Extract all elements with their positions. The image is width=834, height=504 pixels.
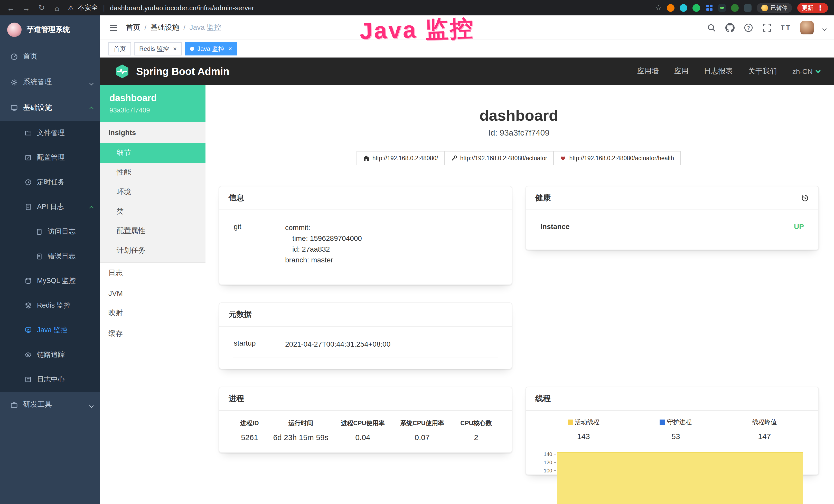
sba-item-scheduled-tasks[interactable]: 计划任务: [100, 241, 205, 260]
sba-language-select[interactable]: zh-CN: [792, 67, 820, 75]
sba-nav-applications[interactable]: 应用: [674, 67, 688, 76]
metadata-card: 元数据 startup 2021-04-27T00:44:31.254+08:0…: [219, 302, 512, 369]
process-header: CPU核心数: [452, 411, 500, 432]
process-header: 系统CPU使用率: [393, 411, 452, 432]
search-icon[interactable]: [707, 23, 716, 32]
service-url-link[interactable]: http://192.168.0.2:48080/: [356, 151, 445, 165]
main-column: Java 监控 首页 / 基础设施 / Java 监控: [100, 16, 834, 504]
tag-bar: 首页 Redis 监控 × Java 监控 ×: [100, 40, 834, 58]
home-icon[interactable]: ⌂: [52, 3, 62, 12]
extension-icon[interactable]: [667, 4, 675, 12]
extension-icon[interactable]: [693, 4, 700, 12]
collapse-sidebar-icon[interactable]: [108, 22, 119, 32]
gear-icon: [10, 78, 18, 86]
actuator-url-link[interactable]: http://192.168.0.2:48080/actuator: [444, 151, 554, 165]
sidebar-item-home[interactable]: 首页: [0, 44, 100, 69]
sidebar-item-error-log[interactable]: 错误日志: [0, 244, 100, 269]
extension-grid-icon[interactable]: [705, 4, 713, 12]
health-url-link[interactable]: http://192.168.0.2:48080/actuator/health: [553, 151, 681, 165]
fullscreen-icon[interactable]: [762, 23, 772, 32]
info-key: git: [234, 222, 285, 266]
sba-item-caches[interactable]: 缓存: [100, 323, 205, 344]
sba-insights-title: Insights: [100, 122, 205, 143]
font-size-icon[interactable]: TT: [781, 23, 791, 32]
sidebar-item-scheduled-jobs[interactable]: 定时任务: [0, 170, 100, 194]
sba-item-mappings[interactable]: 映射: [100, 303, 205, 323]
browser-toolbar-right: ☆ on 已暂停 更新 ⋮: [655, 3, 828, 13]
sidebar-item-log-center[interactable]: 日志中心: [0, 367, 100, 392]
close-icon[interactable]: ×: [173, 45, 177, 52]
page-header: 首页 / 基础设施 / Java 监控 ?: [100, 16, 834, 40]
user-avatar[interactable]: [800, 21, 814, 34]
app-logo[interactable]: 芋道管理系统: [0, 16, 100, 44]
document-icon: [36, 228, 43, 235]
database-icon: [25, 277, 32, 284]
info-row-git: git commit: time: 1596289704000 id: 27aa…: [233, 213, 498, 273]
sba-item-environment[interactable]: 环境: [100, 182, 205, 202]
health-key: Instance: [541, 222, 570, 231]
sba-item-jvm[interactable]: JVM: [100, 283, 205, 303]
metadata-row-startup: startup 2021-04-27T00:44:31.254+08:00: [233, 330, 498, 358]
edit-square-icon: [25, 154, 32, 161]
address-url[interactable]: dashboard.yudao.iocoder.cn/infra/admin-s…: [110, 4, 254, 12]
extension-puzzle-icon[interactable]: [744, 4, 751, 12]
close-icon[interactable]: ×: [228, 45, 232, 52]
tab-redis-monitor[interactable]: Redis 监控 ×: [134, 42, 182, 55]
briefcase-icon: [10, 401, 18, 409]
sidebar-item-access-log[interactable]: 访问日志: [0, 219, 100, 244]
sidebar-item-infrastructure[interactable]: 基础设施: [0, 95, 100, 121]
update-button[interactable]: 更新 ⋮: [797, 3, 828, 13]
tab-java-monitor[interactable]: Java 监控 ×: [185, 42, 237, 55]
metadata-card-title: 元数据: [219, 303, 512, 327]
avatar-caret-icon[interactable]: [823, 23, 826, 32]
sidebar-item-link-tracing[interactable]: 链路追踪: [0, 343, 100, 367]
sba-nav-wallboard[interactable]: 应用墙: [637, 67, 659, 76]
sba-instance-header[interactable]: dashboard 93a3fc7f7409: [100, 85, 205, 122]
app-sidebar: 芋道管理系统 首页 系统管理 基础设施 文件管理: [0, 16, 100, 504]
svg-text:?: ?: [747, 25, 750, 30]
help-icon[interactable]: ?: [744, 23, 753, 32]
info-card: 信息 git commit: time: 1596289704000 id: 2…: [219, 186, 512, 285]
screen: ← → ↻ ⌂ ⚠ 不安全 | dashboard.yudao.iocoder.…: [0, 0, 834, 504]
sidebar-item-dev-tools[interactable]: 研发工具: [0, 392, 100, 417]
extension-icon[interactable]: [680, 4, 687, 12]
breadcrumb-home[interactable]: 首页: [126, 23, 140, 32]
sba-item-config-props[interactable]: 配置属性: [100, 221, 205, 241]
home-icon: [363, 155, 369, 161]
reload-icon[interactable]: ↻: [37, 3, 46, 12]
sidebar-item-mysql-monitor[interactable]: MySQL 监控: [0, 269, 100, 293]
github-icon[interactable]: [725, 23, 734, 32]
paused-badge[interactable]: 已暂停: [757, 3, 792, 13]
health-status-badge: UP: [794, 222, 804, 231]
sidebar-item-redis-monitor[interactable]: Redis 监控: [0, 293, 100, 318]
active-dot: [190, 47, 194, 51]
sba-item-beans[interactable]: 类: [100, 202, 205, 221]
sidebar-item-system[interactable]: 系统管理: [0, 69, 100, 95]
sba-nav-about[interactable]: 关于我们: [748, 67, 777, 76]
breadcrumb-infra[interactable]: 基础设施: [151, 23, 179, 32]
history-icon[interactable]: [801, 194, 809, 202]
spring-boot-admin-logo-icon: [114, 64, 130, 79]
sidebar-item-java-monitor[interactable]: Java 监控: [0, 318, 100, 343]
sba-nav-journal[interactable]: 日志报表: [704, 67, 733, 76]
sidebar-item-file-management[interactable]: 文件管理: [0, 121, 100, 145]
browser-menu-icon[interactable]: ⋮: [817, 4, 824, 12]
process-value: 0.07: [393, 432, 452, 450]
layers-icon: [25, 302, 32, 309]
folder-icon: [25, 130, 32, 137]
sidebar-item-config-management[interactable]: 配置管理: [0, 145, 100, 170]
sba-item-loggers[interactable]: 日志: [100, 263, 205, 283]
sba-brand[interactable]: Spring Boot Admin: [114, 64, 229, 79]
sba-item-metrics[interactable]: 性能: [100, 163, 205, 182]
back-icon[interactable]: ←: [6, 3, 16, 12]
forward-icon[interactable]: →: [22, 3, 31, 12]
tab-home[interactable]: 首页: [108, 42, 131, 55]
address-bar[interactable]: ⚠ 不安全 | dashboard.yudao.iocoder.cn/infra…: [68, 3, 254, 12]
sba-item-details[interactable]: 细节: [100, 143, 205, 163]
document-edit-icon: [25, 376, 32, 383]
sidebar-item-api-log[interactable]: API 日志: [0, 194, 100, 219]
threads-chart-y-axis: 140 120 100: [537, 450, 556, 475]
bookmark-star-icon[interactable]: ☆: [655, 4, 662, 12]
extension-icon[interactable]: on: [718, 4, 726, 12]
extension-icon[interactable]: [731, 4, 739, 12]
